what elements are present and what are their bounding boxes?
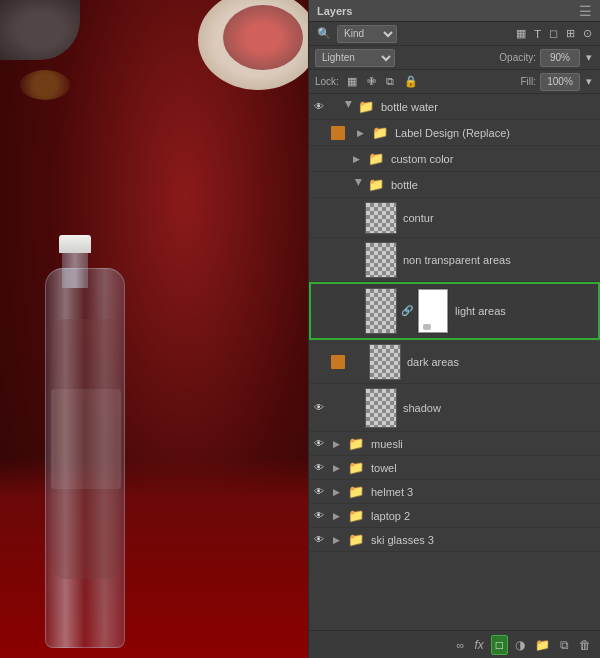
expand-arrow[interactable]: ▶ [357, 128, 369, 138]
checker-pattern [370, 345, 400, 379]
layer-row[interactable]: 👁 ▶ 📁 helmet 3 [309, 480, 600, 504]
adjustment-layer-icon[interactable]: ◑ [512, 636, 528, 654]
orange-indicator [331, 355, 345, 369]
search-icon[interactable]: 🔍 [315, 27, 333, 40]
panel-title: Layers [317, 5, 352, 17]
layer-row[interactable]: contur [309, 198, 600, 238]
lock-label: Lock: [315, 76, 339, 87]
folder-icon: 📁 [348, 484, 364, 499]
layer-name: bottle [387, 179, 596, 191]
folder-icon: 📁 [368, 177, 384, 192]
layer-row[interactable]: 👁 shadow [309, 384, 600, 432]
opacity-label: Opacity: [499, 52, 536, 63]
new-layer-icon[interactable]: ⧉ [557, 636, 572, 654]
folder-icon: 📁 [348, 460, 364, 475]
layer-name: towel [367, 462, 596, 474]
layer-name: shadow [399, 402, 596, 414]
lock-position-icon[interactable]: ✙ [365, 75, 378, 88]
link-icon: 🔗 [401, 305, 413, 316]
eye-icon: 👁 [314, 510, 324, 521]
link-layers-icon[interactable]: ∞ [454, 637, 468, 653]
eye-toggle[interactable]: 👁 [309, 101, 329, 112]
eye-toggle[interactable]: 👁 [309, 462, 329, 473]
lock-all-icon[interactable]: 🔒 [402, 75, 420, 88]
layer-row[interactable]: non transparent areas [309, 238, 600, 282]
type-filter-icon[interactable]: T [532, 28, 543, 40]
orange-indicator [331, 126, 345, 140]
add-mask-icon[interactable]: □ [491, 635, 508, 655]
opacity-dropdown-icon[interactable]: ▾ [584, 51, 594, 64]
fill-dropdown-icon[interactable]: ▾ [584, 75, 594, 88]
fx-filter-icon[interactable]: ⊙ [581, 27, 594, 40]
fill-label: Fill: [520, 76, 536, 87]
lock-pixel-icon[interactable]: ▦ [345, 75, 359, 88]
layer-row[interactable]: ▶ 📁 bottle [309, 172, 600, 198]
eye-icon: 👁 [314, 402, 324, 413]
eye-toggle[interactable]: 👁 [309, 402, 329, 413]
checker-pattern [366, 203, 396, 233]
panel-menu-icon[interactable]: ☰ [579, 3, 592, 19]
layer-name: dark areas [403, 356, 596, 368]
eye-toggle[interactable]: 👁 [309, 486, 329, 497]
layer-thumbnail [365, 202, 397, 234]
expand-arrow[interactable]: ▶ [333, 463, 345, 473]
checker-pattern [366, 289, 396, 333]
layer-row[interactable]: ▶ 📁 Label Design (Replace) [309, 120, 600, 146]
expand-arrow[interactable]: ▶ [333, 511, 345, 521]
expand-arrow[interactable]: ▶ [353, 154, 365, 164]
shape-filter-icon[interactable]: ◻ [547, 27, 560, 40]
layer-thumbnail [365, 288, 397, 334]
layer-name: ski glasses 3 [367, 534, 596, 546]
expand-arrow[interactable]: ▶ [333, 487, 345, 497]
layer-row[interactable]: 👁 ▶ 📁 ski glasses 3 [309, 528, 600, 552]
layer-name: Label Design (Replace) [391, 127, 596, 139]
layer-row[interactable]: ▶ 📁 custom color [309, 146, 600, 172]
eye-toggle[interactable]: 👁 [309, 534, 329, 545]
folder-icon: 📁 [348, 436, 364, 451]
layer-name: non transparent areas [399, 254, 596, 266]
pixel-filter-icon[interactable]: ▦ [514, 27, 528, 40]
new-group-icon[interactable]: 📁 [532, 636, 553, 654]
layer-row[interactable]: dark areas [309, 340, 600, 384]
opacity-input[interactable] [540, 49, 580, 67]
eye-icon: 👁 [314, 101, 324, 112]
checker-pattern [366, 243, 396, 277]
kind-toolbar-row: 🔍 Kind ▦ T ◻ ⊞ ⊙ [309, 22, 600, 46]
layer-thumbnail [365, 388, 397, 428]
layers-panel: Layers ☰ 🔍 Kind ▦ T ◻ ⊞ ⊙ Lighten Opacit… [308, 0, 600, 658]
folder-icon: 📁 [368, 151, 384, 166]
smart-filter-icon[interactable]: ⊞ [564, 27, 577, 40]
expand-arrow[interactable]: ▶ [344, 101, 354, 113]
fx-icon[interactable]: fx [471, 636, 486, 654]
eye-icon: 👁 [314, 438, 324, 449]
layer-name: bottle water [377, 101, 596, 113]
layer-row[interactable]: 👁 ▶ 📁 towel [309, 456, 600, 480]
layer-row[interactable]: 👁 ▶ 📁 muesli [309, 432, 600, 456]
fill-input[interactable] [540, 73, 580, 91]
expand-arrow[interactable]: ▶ [333, 439, 345, 449]
panel-header: Layers ☰ [309, 0, 600, 22]
lock-artboard-icon[interactable]: ⧉ [384, 75, 396, 88]
folder-icon: 📁 [358, 99, 374, 114]
expand-arrow[interactable]: ▶ [354, 179, 364, 191]
layer-name: laptop 2 [367, 510, 596, 522]
folder-icon: 📁 [372, 125, 388, 140]
kind-select[interactable]: Kind [337, 25, 397, 43]
layer-row[interactable]: 👁 ▶ 📁 bottle water [309, 94, 600, 120]
delete-layer-icon[interactable]: 🗑 [576, 636, 594, 654]
layers-list[interactable]: 👁 ▶ 📁 bottle water ▶ 📁 Label Design (Rep… [309, 94, 600, 630]
folder-icon: 📁 [348, 508, 364, 523]
layer-name: helmet 3 [367, 486, 596, 498]
layer-row[interactable]: 👁 ▶ 📁 laptop 2 [309, 504, 600, 528]
eye-toggle[interactable]: 👁 [309, 438, 329, 449]
plate-food [223, 5, 303, 70]
eye-toggle[interactable]: 👁 [309, 510, 329, 521]
bottle-cap [59, 235, 91, 253]
layer-row[interactable]: 🔗 light areas [309, 282, 600, 340]
expand-arrow[interactable]: ▶ [333, 535, 345, 545]
layer-name: contur [399, 212, 596, 224]
blend-mode-select[interactable]: Lighten [315, 49, 395, 67]
layer-name: custom color [387, 153, 596, 165]
bottle-body [45, 268, 125, 648]
bottle-neck [62, 248, 88, 288]
